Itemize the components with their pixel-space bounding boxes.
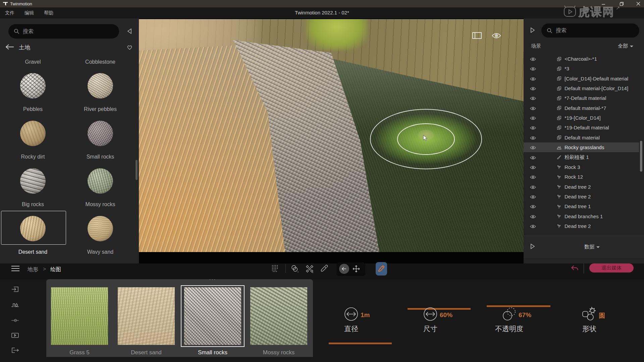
move-tool-icon[interactable] xyxy=(352,265,360,273)
terrain-icon xyxy=(557,145,561,150)
terrain-sculpt-tool-icon[interactable] xyxy=(11,301,19,309)
menu-item-2[interactable]: 帮助 xyxy=(39,10,58,16)
document-title: Twinmotion 2022.1 - 02* xyxy=(221,10,423,15)
scene-item[interactable]: Dead tree 1 xyxy=(524,201,639,211)
viewport-visibility-icon[interactable] xyxy=(492,33,501,39)
plant-icon xyxy=(557,204,561,209)
scene-filter-dropdown[interactable]: 全部 xyxy=(618,43,633,49)
import-tool-icon[interactable] xyxy=(11,285,19,294)
visibility-eye-icon[interactable] xyxy=(530,155,536,160)
dots-pattern-tool-icon[interactable] xyxy=(271,264,279,273)
visibility-eye-icon[interactable] xyxy=(530,204,536,208)
dock-thumb-dockrocks[interactable] xyxy=(184,287,241,345)
material-thumb-smallrocks[interactable] xyxy=(88,121,113,146)
visibility-eye-icon[interactable] xyxy=(530,194,536,199)
dock-thumb-grass5[interactable] xyxy=(51,287,108,345)
visibility-eye-icon[interactable] xyxy=(530,106,536,110)
history-back-button[interactable] xyxy=(339,264,349,274)
visibility-eye-icon[interactable] xyxy=(530,96,536,100)
hamburger-menu-icon[interactable] xyxy=(11,265,20,272)
material-thumb-mossyrocks[interactable] xyxy=(88,168,113,194)
library-search[interactable] xyxy=(8,24,119,39)
scene-item[interactable]: Dead tree 2 xyxy=(524,182,639,192)
viewport-3d-scene[interactable] xyxy=(139,19,524,252)
control-opacity-2[interactable]: 67%不透明度 xyxy=(476,307,543,334)
back-arrow-icon[interactable] xyxy=(5,44,14,50)
circles-select-tool-icon[interactable] xyxy=(290,264,299,273)
paint-brush-tool-button[interactable] xyxy=(376,262,387,276)
collapse-left-panel-icon[interactable] xyxy=(127,28,132,34)
close-button[interactable] xyxy=(633,0,644,7)
expand-data-icon[interactable] xyxy=(530,243,535,250)
export-tool-icon[interactable] xyxy=(11,346,19,355)
visibility-eye-icon[interactable] xyxy=(530,175,536,179)
menu-item-0[interactable]: 文件 xyxy=(0,10,19,16)
scene-item[interactable]: Default material-*7 xyxy=(524,103,639,113)
material-thumb-desertsand[interactable] xyxy=(20,216,46,241)
control-shape-3[interactable]: 圆形状 xyxy=(556,307,623,334)
material-thumb-wavysand[interactable] xyxy=(88,216,113,241)
data-dropdown[interactable]: 数据 xyxy=(570,244,614,250)
material-thumb-riverpebbles[interactable] xyxy=(88,73,113,99)
visibility-eye-icon[interactable] xyxy=(530,66,536,71)
scene-item[interactable]: *19-[Color_D14] xyxy=(524,113,639,123)
scene-item[interactable]: Rock 12 xyxy=(524,172,639,182)
scene-search-input[interactable] xyxy=(556,27,623,34)
visibility-eye-icon[interactable] xyxy=(530,76,536,81)
scene-item-selected[interactable]: Rocky grasslands xyxy=(524,142,639,152)
plant-icon xyxy=(557,165,561,169)
visibility-eye-icon[interactable] xyxy=(530,145,536,149)
visibility-eye-icon[interactable] xyxy=(530,165,536,169)
visibility-eye-icon[interactable] xyxy=(530,214,536,219)
dock-thumb-dockmossy[interactable] xyxy=(250,287,307,345)
material-thumb-pebbles[interactable] xyxy=(20,73,46,99)
expand-right-panel-icon[interactable] xyxy=(530,27,535,34)
scene-item[interactable]: Rock 3 xyxy=(524,162,639,172)
visibility-eye-icon[interactable] xyxy=(530,125,536,130)
control-label: 不透明度 xyxy=(495,324,523,334)
scene-item-label: Default material-[Color_D14] xyxy=(565,85,628,91)
path-slider-tool-icon[interactable] xyxy=(11,316,19,325)
visibility-eye-icon[interactable] xyxy=(530,57,536,61)
breadcrumb-current[interactable]: 绘图 xyxy=(50,266,61,273)
scatter-pattern-tool-icon[interactable] xyxy=(305,264,314,273)
visibility-eye-icon[interactable] xyxy=(530,135,536,140)
undo-exit-icon[interactable] xyxy=(570,265,579,272)
visibility-eye-icon[interactable] xyxy=(530,185,536,189)
library-search-input[interactable] xyxy=(23,28,90,35)
scene-item[interactable]: <Charcoal>-*1 xyxy=(524,54,639,64)
scene-item[interactable]: Dead tree 2 xyxy=(524,192,639,201)
diameter-slider-track[interactable] xyxy=(329,343,392,344)
scene-item[interactable]: [Color_D14]-Default material xyxy=(524,74,639,83)
media-tool-icon[interactable] xyxy=(11,331,19,340)
control-diameter-0[interactable]: 1m直径 xyxy=(318,307,385,334)
menu-item-1[interactable]: 编辑 xyxy=(19,10,39,16)
scene-item[interactable]: Dead branches 1 xyxy=(524,212,639,221)
viewport-panel-icon[interactable] xyxy=(472,32,482,39)
material-thumb-bigrocks[interactable] xyxy=(20,168,46,194)
scene-item[interactable]: Default material-[Color_D14] xyxy=(524,83,639,93)
visibility-eye-icon[interactable] xyxy=(530,224,536,228)
library-scrollbar[interactable] xyxy=(136,160,138,180)
control-diameter-1[interactable]: 60%尺寸 xyxy=(397,307,464,334)
breadcrumb-parent[interactable]: 地形 xyxy=(28,266,38,273)
scene-item[interactable]: Dead tree 2 xyxy=(524,221,639,231)
scene-item-label: *3 xyxy=(565,66,569,71)
dock-drag-handle[interactable]: ··· xyxy=(207,276,218,282)
scene-item[interactable]: *3 xyxy=(524,64,639,73)
visibility-eye-icon[interactable] xyxy=(530,86,536,90)
material-label: Small rocks xyxy=(72,154,129,160)
material-thumb-rockydirt[interactable] xyxy=(20,121,46,146)
favorite-heart-icon[interactable] xyxy=(127,45,132,50)
scene-search[interactable] xyxy=(541,23,639,38)
scene-item[interactable]: Default material xyxy=(524,133,639,142)
scene-item[interactable]: 粉刷植被 1 xyxy=(524,153,639,162)
material-label-scrolled: Cobblestone xyxy=(72,59,129,65)
scene-scrollbar[interactable] xyxy=(640,141,642,172)
visibility-eye-icon[interactable] xyxy=(530,116,536,120)
scene-item[interactable]: *19-Default material xyxy=(524,123,639,132)
scene-item[interactable]: *7-Default material xyxy=(524,93,639,103)
eyedropper-tool-icon[interactable] xyxy=(320,264,328,273)
exit-media-button[interactable]: 退出媒体 xyxy=(589,263,634,273)
dock-thumb-docksand[interactable] xyxy=(118,287,175,345)
